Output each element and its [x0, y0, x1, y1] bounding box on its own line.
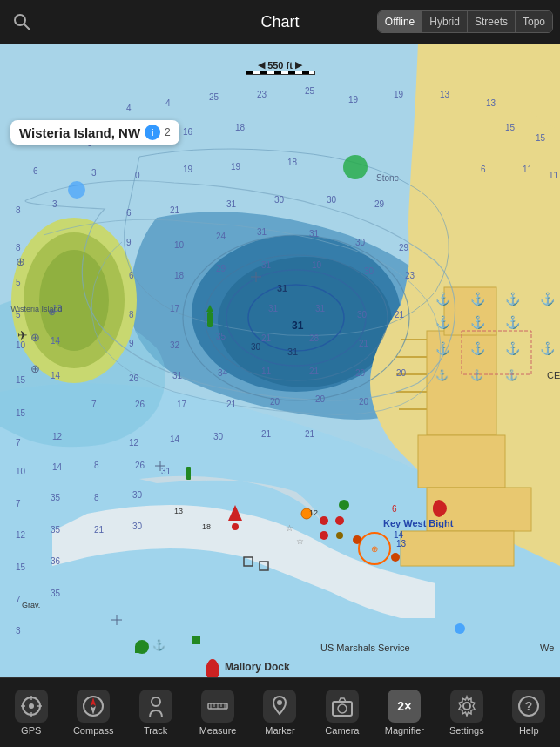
gps-icon: [15, 690, 48, 723]
svg-text:8: 8: [94, 493, 99, 502]
svg-text:⚓: ⚓: [470, 315, 486, 330]
svg-text:21: 21: [309, 367, 320, 376]
location-info-button[interactable]: i: [145, 124, 160, 140]
marker-icon: [263, 690, 296, 723]
svg-point-170: [336, 532, 343, 539]
svg-text:30: 30: [132, 490, 143, 500]
svg-text:30: 30: [132, 522, 143, 531]
map-view[interactable]: 4 4 25 23 25 19 19 13 13 8 6 6 16 18 15 …: [0, 44, 560, 703]
toolbar-camera[interactable]: Camera: [311, 690, 373, 736]
svg-text:Grav.: Grav.: [22, 601, 40, 609]
svg-text:⚓: ⚓: [540, 341, 556, 356]
svg-point-213: [152, 697, 160, 706]
svg-text:0: 0: [135, 171, 140, 180]
svg-text:21: 21: [261, 429, 272, 439]
map-type-topo[interactable]: Topo: [516, 11, 552, 32]
svg-text:8: 8: [94, 461, 99, 470]
svg-point-167: [320, 516, 328, 525]
svg-text:20: 20: [396, 368, 407, 378]
location-name: Wisteria Island, NW: [19, 125, 140, 140]
svg-text:29: 29: [216, 264, 226, 273]
svg-text:35: 35: [51, 493, 61, 502]
svg-point-223: [463, 703, 470, 710]
svg-point-176: [208, 659, 217, 668]
svg-text:⊕: ⊕: [48, 306, 56, 317]
map-type-streets[interactable]: Streets: [468, 11, 516, 32]
svg-text:16: 16: [183, 127, 193, 137]
map-type-selector: Offline Hybrid Streets Topo: [377, 10, 553, 33]
svg-text:4: 4: [126, 104, 132, 113]
svg-text:⚓: ⚓: [505, 341, 521, 356]
bottom-toolbar: GPS Compass Track: [0, 677, 560, 747]
svg-text:31: 31: [315, 304, 326, 313]
svg-text:30: 30: [251, 342, 261, 352]
svg-text:6: 6: [33, 166, 38, 176]
svg-point-196: [339, 500, 349, 510]
svg-text:31: 31: [226, 199, 237, 209]
settings-icon: [450, 690, 483, 723]
magnifier-icon: 2×: [388, 690, 421, 723]
svg-text:CE: CE: [547, 370, 560, 380]
search-button[interactable]: [9, 9, 35, 35]
measure-label: Measure: [199, 725, 237, 736]
svg-text:19: 19: [183, 165, 193, 174]
svg-text:9: 9: [126, 238, 132, 247]
svg-text:7: 7: [16, 438, 21, 448]
svg-text:29: 29: [399, 243, 409, 252]
map-type-hybrid[interactable]: Hybrid: [422, 11, 468, 32]
svg-text:⚓: ⚓: [435, 292, 451, 306]
svg-text:⊕: ⊕: [371, 544, 378, 554]
svg-text:26: 26: [135, 400, 145, 409]
svg-text:21: 21: [170, 205, 180, 215]
svg-point-165: [232, 523, 239, 530]
svg-text:5: 5: [16, 278, 21, 287]
svg-marker-212: [91, 706, 96, 715]
toolbar-magnifier[interactable]: 2× Magnifier: [374, 690, 435, 736]
location-label[interactable]: Wisteria Island, NW i 2: [10, 120, 179, 145]
svg-text:We: We: [540, 643, 554, 653]
svg-text:17: 17: [170, 304, 180, 313]
svg-text:11: 11: [523, 165, 533, 174]
app-header: Chart Offline Hybrid Streets Topo: [0, 0, 560, 44]
svg-text:26: 26: [135, 461, 145, 470]
svg-rect-163: [186, 467, 191, 480]
svg-text:Stone: Stone: [376, 173, 400, 183]
svg-text:13: 13: [440, 90, 450, 99]
toolbar-measure[interactable]: Measure: [186, 690, 248, 736]
toolbar-marker[interactable]: Marker: [249, 690, 311, 736]
svg-text:13: 13: [486, 98, 496, 108]
svg-text:⚓: ⚓: [435, 341, 451, 356]
svg-point-187: [68, 181, 85, 199]
svg-text:4: 4: [165, 98, 171, 108]
compass-icon: [77, 690, 110, 723]
toolbar-gps[interactable]: GPS: [0, 690, 62, 736]
marker-label: Marker: [265, 725, 294, 736]
scale-label: 550 ft: [267, 60, 293, 71]
toolbar-help[interactable]: ? Help: [498, 690, 560, 736]
svg-point-188: [343, 155, 368, 179]
toolbar-track[interactable]: Track: [125, 690, 186, 736]
svg-text:30: 30: [274, 195, 285, 205]
toolbar-settings[interactable]: Settings: [435, 690, 497, 736]
svg-point-169: [320, 531, 328, 540]
svg-text:12: 12: [16, 530, 26, 540]
svg-text:☆: ☆: [296, 536, 304, 546]
svg-rect-9: [401, 531, 514, 566]
svg-text:⊕: ⊕: [30, 331, 40, 344]
svg-text:36: 36: [51, 556, 61, 566]
svg-text:8: 8: [16, 205, 21, 215]
svg-text:31: 31: [268, 304, 279, 313]
svg-text:20: 20: [355, 368, 366, 378]
map-type-offline[interactable]: Offline: [378, 11, 422, 32]
svg-text:6: 6: [481, 165, 486, 174]
svg-text:7: 7: [16, 499, 21, 508]
svg-text:35: 35: [51, 589, 61, 598]
svg-text:15: 15: [505, 123, 516, 132]
svg-text:18: 18: [202, 522, 211, 531]
svg-text:Mallory Dock: Mallory Dock: [225, 661, 290, 673]
svg-text:⚓: ⚓: [505, 315, 521, 330]
svg-text:35: 35: [51, 525, 61, 535]
svg-text:34: 34: [218, 368, 228, 378]
toolbar-compass[interactable]: Compass: [62, 690, 124, 736]
svg-point-180: [353, 535, 361, 544]
